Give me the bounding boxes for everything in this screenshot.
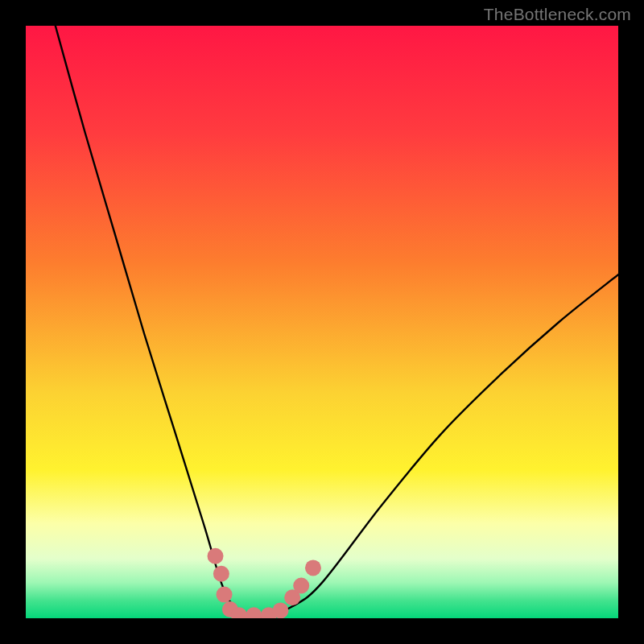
marker-point (208, 548, 224, 564)
marker-point (246, 607, 262, 618)
chart-frame: TheBottleneck.com (0, 0, 644, 644)
highlighted-points (208, 548, 321, 618)
bottleneck-curve (26, 26, 618, 618)
marker-point (305, 559, 321, 576)
marker-point (293, 578, 309, 594)
marker-point (213, 566, 229, 582)
watermark-text: TheBottleneck.com (484, 5, 631, 24)
plot-area (26, 26, 618, 618)
marker-point (272, 602, 288, 618)
marker-point (217, 587, 233, 603)
